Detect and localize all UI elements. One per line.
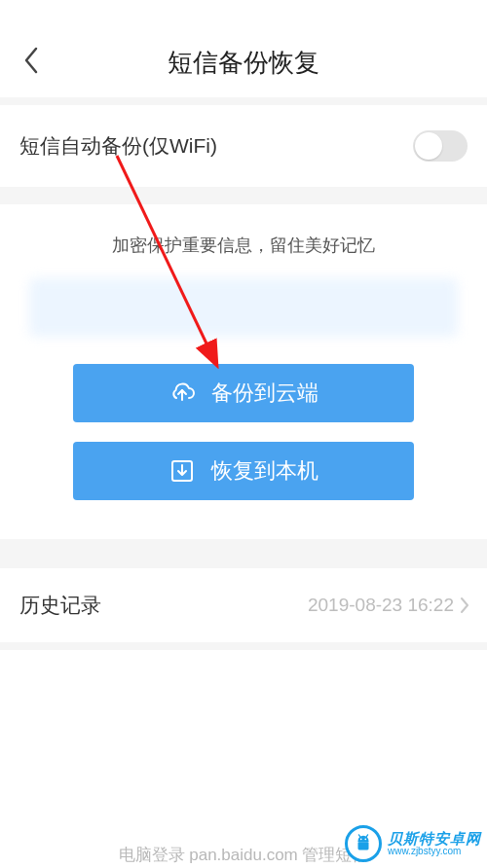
cloud-upload-icon xyxy=(169,380,196,407)
divider xyxy=(0,97,487,105)
auto-backup-label: 短信自动备份(仅WiFi) xyxy=(19,132,217,160)
promo-text: 加密保护重要信息，留住美好记忆 xyxy=(24,234,463,257)
restore-button-label: 恢复到本机 xyxy=(211,456,318,486)
backup-to-cloud-button[interactable]: 备份到云端 xyxy=(73,364,414,422)
divider xyxy=(0,187,487,204)
history-meta: 2019-08-23 16:22 xyxy=(308,595,469,616)
history-timestamp: 2019-08-23 16:22 xyxy=(308,595,454,616)
divider xyxy=(0,539,487,568)
history-section: 历史记录 2019-08-23 16:22 xyxy=(0,568,487,642)
back-button[interactable] xyxy=(12,41,51,80)
blank-area xyxy=(0,650,487,868)
chevron-left-icon xyxy=(23,47,39,74)
download-box-icon xyxy=(169,457,196,485)
backup-card: 加密保护重要信息，留住美好记忆 备份到云端 恢复到本机 xyxy=(0,204,487,539)
chevron-right-icon xyxy=(460,597,469,614)
promo-image-placeholder xyxy=(29,278,458,337)
auto-backup-toggle[interactable] xyxy=(413,130,468,162)
history-label: 历史记录 xyxy=(19,592,101,619)
divider xyxy=(0,642,487,650)
page-title: 短信备份恢复 xyxy=(168,46,319,80)
auto-backup-section: 短信自动备份(仅WiFi) xyxy=(0,105,487,187)
header: 短信备份恢复 xyxy=(0,0,487,97)
backup-button-label: 备份到云端 xyxy=(211,379,318,408)
footer-tip: 电脑登录 pan.baidu.com 管理短信 xyxy=(0,844,487,868)
toggle-knob xyxy=(415,132,442,160)
restore-to-device-button[interactable]: 恢复到本机 xyxy=(73,442,414,500)
auto-backup-row: 短信自动备份(仅WiFi) xyxy=(0,105,487,187)
history-row[interactable]: 历史记录 2019-08-23 16:22 xyxy=(0,568,487,642)
